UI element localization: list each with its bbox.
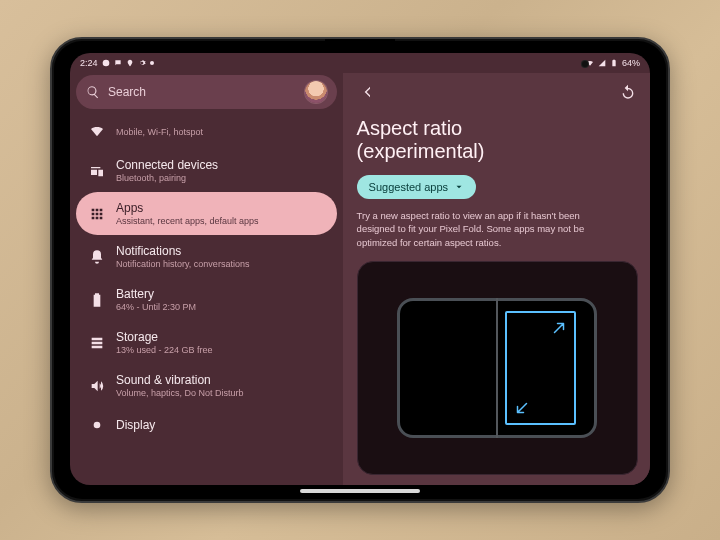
item-subtitle: 13% used ‑ 224 GB free: [116, 345, 213, 355]
item-subtitle: Assistant, recent apps, default apps: [116, 216, 259, 226]
item-title: Apps: [116, 201, 259, 215]
search-icon: [86, 85, 100, 99]
item-subtitle: Notification history, conversations: [116, 259, 249, 269]
settings-two-pane: Search Mobile, Wi‑Fi, hotspotConnected d…: [70, 73, 650, 485]
item-title: Connected devices: [116, 158, 218, 172]
sidebar-item-display[interactable]: Display: [76, 407, 337, 443]
location-icon: [126, 59, 134, 67]
expand-arrow-icon: [513, 399, 531, 417]
app-portrait-frame: [505, 311, 576, 425]
settings-detail-pane: Aspect ratio (experimental) Suggested ap…: [343, 73, 650, 485]
sidebar-item-apps[interactable]: AppsAssistant, recent apps, default apps: [76, 192, 337, 235]
status-time: 2:24: [80, 58, 98, 68]
sidebar-item-notif[interactable]: NotificationsNotification history, conve…: [76, 235, 337, 278]
status-dot-icon: [150, 61, 154, 65]
item-title: Battery: [116, 287, 196, 301]
gear-icon: [138, 59, 146, 67]
status-bar: 2:24 64%: [70, 53, 650, 73]
signal-icon: [598, 59, 606, 67]
do-not-disturb-icon: [102, 59, 110, 67]
volume-icon: [88, 377, 106, 395]
screen: 2:24 64% Search: [70, 53, 650, 485]
expand-arrow-icon: [550, 319, 568, 337]
grid-icon: [88, 205, 106, 223]
back-button[interactable]: [357, 81, 379, 103]
sidebar-item-battery[interactable]: Battery64% ‑ Until 2:30 PM: [76, 278, 337, 321]
search-placeholder: Search: [100, 85, 305, 99]
avatar[interactable]: [305, 81, 327, 103]
message-icon: [114, 59, 122, 67]
item-subtitle: 64% ‑ Until 2:30 PM: [116, 302, 196, 312]
chip-label: Suggested apps: [369, 181, 449, 193]
settings-list[interactable]: Mobile, Wi‑Fi, hotspotConnected devicesB…: [76, 113, 337, 479]
sidebar-item-sound[interactable]: Sound & vibrationVolume, haptics, Do Not…: [76, 364, 337, 407]
battery-icon: [610, 59, 618, 67]
settings-search[interactable]: Search: [76, 75, 337, 109]
page-title: Aspect ratio (experimental): [357, 117, 638, 163]
item-subtitle: Bluetooth, pairing: [116, 173, 218, 183]
sidebar-item-connected[interactable]: Connected devicesBluetooth, pairing: [76, 149, 337, 192]
reset-button[interactable]: [618, 82, 638, 102]
camera-dot: [582, 61, 588, 67]
item-subtitle: Mobile, Wi‑Fi, hotspot: [116, 127, 203, 137]
home-indicator[interactable]: [300, 489, 420, 493]
item-title: Sound & vibration: [116, 373, 244, 387]
bell-icon: [88, 248, 106, 266]
item-title: Storage: [116, 330, 213, 344]
sidebar-item-storage[interactable]: Storage13% used ‑ 224 GB free: [76, 321, 337, 364]
devices-icon: [88, 162, 106, 180]
wifi-icon: [88, 122, 106, 140]
storage-icon: [88, 334, 106, 352]
sidebar-item-truncated[interactable]: Mobile, Wi‑Fi, hotspot: [76, 113, 337, 149]
item-title: Notifications: [116, 244, 249, 258]
item-title: Display: [116, 418, 155, 432]
settings-master-pane: Search Mobile, Wi‑Fi, hotspotConnected d…: [70, 73, 343, 485]
fold-graphic: [397, 298, 597, 438]
aspect-ratio-illustration: [357, 261, 638, 475]
brightness-icon: [88, 416, 106, 434]
item-subtitle: Volume, haptics, Do Not Disturb: [116, 388, 244, 398]
status-battery-text: 64%: [622, 58, 640, 68]
battery-icon: [88, 291, 106, 309]
suggested-apps-chip[interactable]: Suggested apps: [357, 175, 477, 199]
feature-description: Try a new aspect ratio to view an app if…: [357, 209, 617, 249]
device-frame: 2:24 64% Search: [50, 37, 670, 503]
chevron-down-icon: [454, 182, 464, 192]
notch: [325, 39, 395, 51]
svg-point-0: [102, 60, 109, 67]
